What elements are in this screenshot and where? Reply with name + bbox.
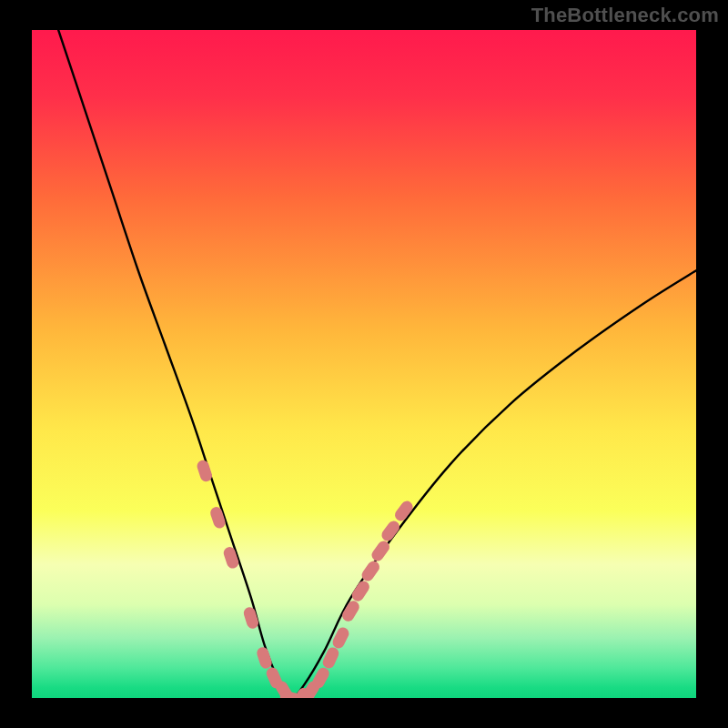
- chart-frame: TheBottleneck.com: [0, 0, 728, 728]
- plot-background: [32, 30, 696, 698]
- bottleneck-chart: [0, 0, 728, 728]
